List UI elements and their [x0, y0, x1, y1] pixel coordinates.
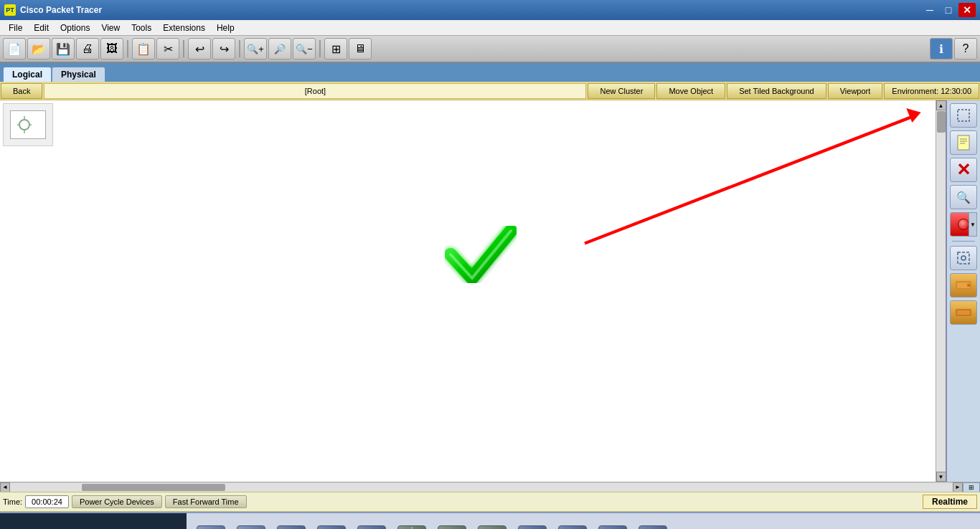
- maximize-button[interactable]: □: [940, 3, 957, 17]
- scroll-thumb[interactable]: [937, 111, 946, 133]
- device-btn-2[interactable]: [950, 300, 977, 325]
- device-item-3[interactable]: 819HGW: [313, 525, 350, 529]
- menu-edit[interactable]: Edit: [28, 22, 55, 34]
- tab-physical[interactable]: Physical: [52, 67, 105, 82]
- open-button[interactable]: 📂: [27, 38, 50, 59]
- main-and-scroll: ▲ ▼: [0, 100, 980, 492]
- zoom-in-button[interactable]: 🔍+: [244, 38, 267, 59]
- workspace-row: ▲ ▼: [0, 100, 980, 492]
- device-icon-10: [598, 525, 627, 529]
- v-scrollbar: ▲ ▼: [936, 100, 946, 482]
- device-item-8[interactable]: 1841: [514, 525, 551, 529]
- toolbar-sep-4: [319, 40, 321, 57]
- undo-button[interactable]: ↩: [188, 38, 211, 59]
- device-item-2[interactable]: 819IOX: [273, 525, 310, 529]
- device-icon-7: [478, 525, 507, 529]
- svg-rect-12: [958, 252, 969, 264]
- minimize-button[interactable]: ─: [921, 3, 938, 17]
- menu-tools[interactable]: Tools: [126, 22, 157, 34]
- svg-marker-6: [906, 108, 920, 123]
- scroll-up-arrow[interactable]: ▲: [936, 100, 946, 110]
- new-cluster-button[interactable]: New Cluster: [588, 83, 655, 99]
- svg-line-5: [585, 116, 913, 243]
- device-icon-0: [197, 525, 225, 529]
- help-button[interactable]: ?: [954, 38, 977, 59]
- main-workspace[interactable]: [0, 100, 936, 482]
- device-item-6[interactable]: Generic: [433, 525, 471, 529]
- copy-button[interactable]: 📋: [132, 38, 155, 59]
- save-button[interactable]: 💾: [52, 38, 75, 59]
- device-icon-1: [237, 525, 265, 529]
- device-item-7[interactable]: Generic: [473, 525, 511, 529]
- fast-forward-button[interactable]: Fast Forward Time: [165, 495, 247, 508]
- close-button[interactable]: ✕: [958, 3, 976, 17]
- h-scrollbar: ◄ ► ⊞: [0, 482, 980, 492]
- scroll-right-arrow[interactable]: ►: [953, 482, 963, 492]
- scroll-track[interactable]: [936, 110, 946, 472]
- select2-button[interactable]: [950, 246, 977, 270]
- device-icon-11: [639, 525, 667, 529]
- info-button[interactable]: ℹ: [930, 38, 953, 59]
- toolbar-sep-3: [239, 40, 240, 57]
- time-label: Time:: [3, 497, 22, 506]
- zoom-out-button[interactable]: 🔍−: [293, 38, 316, 59]
- svg-point-13: [961, 256, 966, 260]
- menu-file[interactable]: File: [3, 22, 28, 34]
- device-item-1[interactable]: 20: [232, 525, 270, 529]
- cut-button[interactable]: ✂: [156, 38, 179, 59]
- menu-options[interactable]: Options: [55, 22, 95, 34]
- device-item-0[interactable]: 19: [192, 525, 230, 529]
- right-panel: ✕ 🔍 ▼: [946, 100, 980, 482]
- delete-button[interactable]: ✕: [950, 158, 977, 182]
- device-btn-1[interactable]: [950, 273, 977, 297]
- app-title: Cisco Packet Tracer: [20, 5, 921, 15]
- svg-point-0: [19, 120, 29, 130]
- device-item-4[interactable]: 829: [353, 525, 390, 529]
- tab-logical[interactable]: Logical: [3, 67, 52, 82]
- grid-button[interactable]: ⊞: [324, 38, 347, 59]
- device-item-10[interactable]: 2621XM: [594, 525, 631, 529]
- main-row: ▲ ▼: [0, 100, 980, 482]
- viewport-button[interactable]: Viewport: [828, 83, 883, 99]
- workspace-tabs: Logical Physical: [0, 63, 980, 82]
- menu-help[interactable]: Help: [211, 22, 240, 34]
- zoom-button[interactable]: 🔍: [950, 185, 977, 209]
- device-item-5[interactable]: 1240: [393, 525, 430, 529]
- set-tiled-bg-button[interactable]: Set Tiled Background: [727, 83, 826, 99]
- menu-bar: File Edit Options View Tools Extensions …: [0, 20, 980, 36]
- h-scroll-track[interactable]: [10, 483, 953, 492]
- time-display: 00:00:24: [25, 495, 69, 508]
- corner-scroll-button[interactable]: ⊞: [963, 482, 980, 492]
- redo-button[interactable]: ↪: [212, 38, 235, 59]
- device-item-11[interactable]: 2811: [634, 525, 672, 529]
- app-icon: PT: [4, 4, 16, 16]
- new-button[interactable]: 📄: [3, 38, 26, 59]
- move-object-button[interactable]: Move Object: [656, 83, 725, 99]
- h-scroll-thumb[interactable]: [82, 484, 225, 491]
- device-icon-9: [558, 525, 587, 529]
- editbg-button[interactable]: 🖼: [100, 38, 123, 59]
- power-cycle-button[interactable]: Power Cycle Devices: [72, 495, 162, 508]
- device-item-9[interactable]: 2620XM: [554, 525, 591, 529]
- print-button[interactable]: 🖨: [76, 38, 99, 59]
- checkmark-icon: [445, 222, 517, 300]
- environment-display: Environment: 12:30:00: [884, 83, 979, 99]
- scroll-left-arrow[interactable]: ◄: [0, 482, 10, 492]
- root-label: [Root]: [44, 83, 586, 99]
- zoom-area-button[interactable]: 🔎: [268, 38, 291, 59]
- thumbnail-icon: [10, 110, 46, 139]
- back-button[interactable]: Back: [1, 83, 42, 99]
- device-icon-3: [317, 525, 346, 529]
- select-tool-button[interactable]: [950, 103, 977, 128]
- note-button[interactable]: [950, 130, 977, 155]
- toolbar-sep-2: [183, 40, 184, 57]
- network-button[interactable]: 🖥: [349, 38, 372, 59]
- svg-rect-7: [958, 110, 969, 121]
- menu-extensions[interactable]: Extensions: [157, 22, 211, 34]
- device-icon-5: [397, 525, 426, 529]
- svg-rect-8: [958, 135, 969, 150]
- thumbnail-area: [3, 103, 53, 146]
- menu-view[interactable]: View: [95, 22, 126, 34]
- dropdown-arrow[interactable]: ▼: [969, 212, 977, 237]
- scroll-down-arrow[interactable]: ▼: [936, 472, 946, 482]
